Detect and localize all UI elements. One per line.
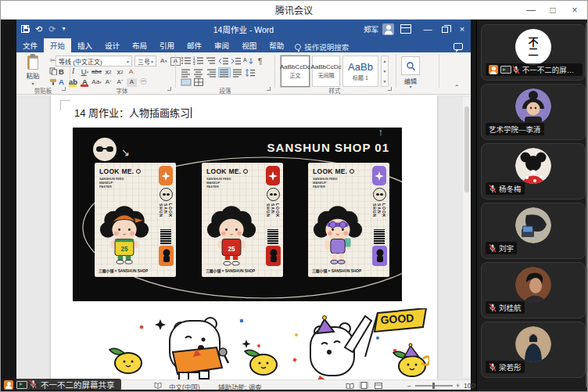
celebration-illustration-image[interactable]: GOOD [62, 308, 429, 379]
maximize-icon[interactable]: □ [542, 1, 564, 19]
word-minimize-icon[interactable]: — [419, 20, 436, 38]
numbering-icon[interactable]: 123 [193, 56, 204, 66]
card-badge-icon [372, 166, 386, 185]
align-left-icon[interactable] [181, 68, 192, 77]
participant-tile[interactable]: 杨冬梅 [481, 143, 586, 200]
find-button[interactable] [401, 56, 420, 75]
quick-access-toolbar: ⟲ ⟳ ▾ [21, 20, 65, 38]
underline-icon[interactable]: U▾ [80, 67, 90, 77]
ribbon-display-options-icon[interactable] [400, 24, 411, 34]
style-正文[interactable]: AaBbCcDc正文 [281, 56, 310, 87]
zoom-slider-handle[interactable] [432, 383, 435, 389]
bullets-icon[interactable] [181, 56, 192, 66]
tab-邮件[interactable]: 邮件 [181, 38, 208, 52]
align-center-icon[interactable] [193, 68, 204, 77]
styles-gallery-more-icon[interactable]: ▼ [383, 79, 387, 84]
document-scrollbar[interactable] [463, 97, 470, 377]
style-无间隔[interactable]: AaBbCcDc无间隔 [312, 56, 340, 87]
highlight-color-icon[interactable]: ab [68, 77, 78, 87]
participant-tile[interactable]: 艺术学院—李清 [481, 84, 586, 140]
tab-开始[interactable]: 开始 [44, 38, 71, 52]
style-标题 1[interactable]: AaBb标题 1 [342, 56, 378, 87]
account-avatar[interactable] [382, 23, 394, 35]
minimize-icon[interactable]: — [520, 1, 542, 19]
font-name-combo[interactable]: 等线 (中文正文)▾ [56, 56, 132, 67]
participant-name-label: 不一不二的屏幕... [486, 63, 583, 76]
paragraph-dialog-launcher[interactable] [267, 87, 271, 91]
sort-icon[interactable]: A [243, 56, 254, 66]
styles-gallery-scroll[interactable]: ▲ ▼ ▼ [381, 56, 389, 87]
styles-dialog-launcher[interactable] [388, 87, 392, 91]
italic-icon[interactable]: I [68, 67, 78, 77]
line-spacing-icon[interactable] [245, 68, 256, 77]
paste-button[interactable]: 粘贴 ▾ [21, 55, 45, 86]
document-area[interactable]: 14 周作业：人物插画练习 ↘ ↑ [16, 95, 471, 379]
align-right-icon[interactable] [206, 68, 217, 77]
document-page[interactable]: 14 周作业：人物插画练习 ↘ ↑ [51, 95, 437, 379]
tell-me-search[interactable]: 操作说明搜索 [295, 41, 349, 52]
zoom-in-button[interactable]: + [456, 382, 460, 390]
tab-文件[interactable]: 文件 [16, 38, 44, 52]
participant-tile[interactable]: 梁若彤 [481, 322, 586, 378]
web-layout-icon[interactable] [373, 382, 383, 389]
text-effects-icon[interactable]: A [56, 77, 66, 87]
proofing-icon[interactable] [154, 382, 162, 390]
poster-brand-title: SANSHUN SHOP 01 [267, 141, 389, 154]
print-layout-icon[interactable] [359, 382, 369, 389]
word-close-icon[interactable]: × [454, 20, 471, 38]
svg-text:3: 3 [193, 62, 195, 66]
strikethrough-icon[interactable]: abc [91, 67, 102, 77]
tab-视图[interactable]: 视图 [235, 38, 263, 52]
card-sticker [372, 246, 387, 266]
bold-icon[interactable]: B [56, 67, 66, 77]
document-scrollbar-thumb[interactable] [464, 106, 469, 192]
font-color-icon[interactable]: A [80, 77, 90, 87]
show-marks-icon[interactable]: ¶ [256, 56, 267, 66]
justify-icon[interactable] [218, 67, 231, 77]
participant-avatar [515, 148, 551, 184]
redo-icon[interactable]: ⟳ [48, 25, 56, 34]
font-size-combo[interactable]: 三号▾ [134, 56, 156, 67]
font-dialog-launcher[interactable] [167, 87, 171, 91]
mic-muted-icon [489, 363, 497, 372]
style-preview: AaBbCcDc [310, 63, 341, 70]
shading-icon[interactable] [181, 77, 192, 87]
tab-设计[interactable]: 设计 [99, 38, 126, 52]
read-mode-icon[interactable] [345, 382, 355, 389]
tab-帮助[interactable]: 帮助 [263, 38, 290, 52]
superscript-icon[interactable]: x2 [115, 67, 125, 77]
participant-tile[interactable]: 刘宇 [481, 203, 586, 259]
undo-icon[interactable]: ⟲ [35, 25, 42, 34]
participant-tile[interactable]: 不 二不一不二的屏幕... [481, 24, 586, 81]
card-title: LOOK ME. [206, 167, 248, 175]
character-shading-icon[interactable]: A [127, 78, 137, 87]
tab-布局[interactable]: 布局 [126, 38, 153, 52]
clipboard-dialog-launcher[interactable] [62, 87, 66, 91]
save-icon[interactable] [21, 25, 29, 33]
tab-插入[interactable]: 插入 [71, 38, 99, 52]
participant-tile[interactable]: 刘桂航 [481, 262, 586, 318]
phonetic-guide-icon[interactable]: A, [127, 67, 137, 77]
svg-text:¶: ¶ [258, 57, 262, 66]
increase-indent-icon[interactable] [231, 56, 242, 66]
word-restore-icon[interactable] [436, 20, 454, 38]
collapse-ribbon-icon[interactable]: ⌃ [454, 84, 460, 92]
poster-image[interactable]: ↘ ↑ SANSHUN SHOP 01 LOOK ME. SANSHUN FEE… [73, 128, 402, 301]
subscript-icon[interactable]: x2 [103, 67, 113, 77]
language-status[interactable]: 中文(中国) [169, 382, 200, 391]
comment-icon[interactable] [454, 43, 463, 50]
decrease-indent-icon[interactable] [218, 56, 229, 66]
styles-scroll-up-icon[interactable]: ▲ [383, 59, 387, 63]
account-name[interactable]: 郑军 [364, 23, 378, 34]
customize-qat-icon[interactable]: ▾ [62, 26, 65, 32]
close-icon[interactable]: × [564, 1, 586, 19]
avatar-initials: 不 二 [515, 29, 551, 65]
multilevel-list-icon[interactable] [206, 56, 217, 66]
tab-审阅[interactable]: 审阅 [208, 38, 235, 52]
tab-引用[interactable]: 引用 [153, 38, 181, 52]
accessibility-status[interactable]: 辅助功能: 调查 [218, 382, 262, 391]
distribute-icon[interactable] [232, 68, 243, 77]
clear-formatting-icon[interactable]: A× [159, 56, 169, 66]
zoom-out-button[interactable]: − [407, 382, 411, 390]
styles-scroll-down-icon[interactable]: ▼ [383, 69, 387, 74]
